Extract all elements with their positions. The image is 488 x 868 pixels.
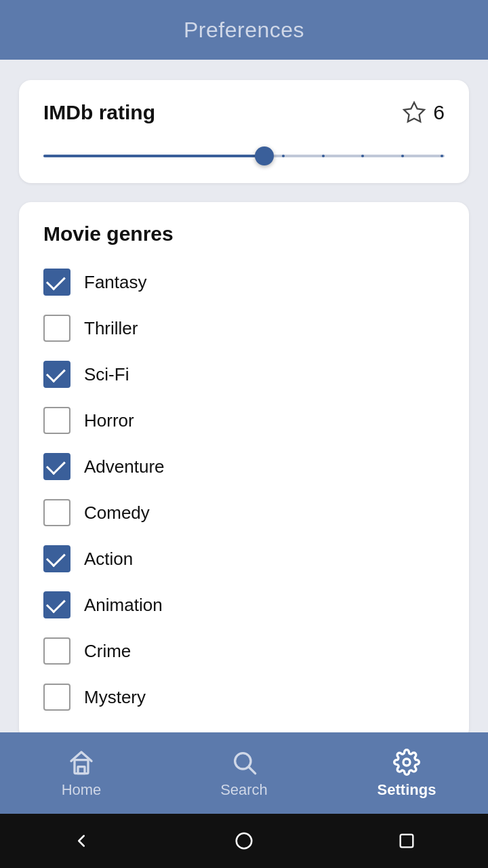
genre-item[interactable]: Horror xyxy=(43,397,445,443)
main-content: IMDb rating 6 xyxy=(0,60,488,732)
top-bar: Preferences xyxy=(0,0,488,60)
svg-point-5 xyxy=(403,759,410,766)
genre-item[interactable]: Action xyxy=(43,536,445,582)
genre-item[interactable]: Adventure xyxy=(43,443,445,490)
home-button[interactable] xyxy=(229,826,259,856)
bottom-nav: Home Search Settings xyxy=(0,732,488,814)
genre-label: Fantasy xyxy=(84,272,147,293)
genre-label: Animation xyxy=(84,595,163,616)
imdb-slider[interactable] xyxy=(43,149,445,163)
rating-value-wrapper: 6 xyxy=(402,100,445,125)
nav-item-search[interactable]: Search xyxy=(163,747,325,799)
genre-label: Comedy xyxy=(84,502,150,524)
genre-checkbox-sci-fi[interactable] xyxy=(43,361,70,388)
genre-label: Sci-Fi xyxy=(84,364,129,385)
genre-checkbox-mystery[interactable] xyxy=(43,684,70,711)
slider-track xyxy=(43,155,445,157)
page-title: Preferences xyxy=(184,18,304,43)
slider-thumb xyxy=(255,146,274,165)
genre-label: Horror xyxy=(84,410,134,431)
search-icon xyxy=(229,747,259,777)
nav-label-home: Home xyxy=(62,781,102,799)
genre-checkbox-thriller[interactable] xyxy=(43,315,70,342)
svg-rect-2 xyxy=(78,767,85,774)
nav-item-home[interactable]: Home xyxy=(0,747,163,799)
svg-line-4 xyxy=(249,768,256,774)
genre-checkbox-comedy[interactable] xyxy=(43,499,70,526)
genre-item[interactable]: Comedy xyxy=(43,490,445,536)
svg-marker-0 xyxy=(404,102,424,122)
home-icon xyxy=(66,747,96,777)
genre-checkbox-adventure[interactable] xyxy=(43,453,70,480)
rating-number: 6 xyxy=(433,101,445,124)
genre-item[interactable]: Crime xyxy=(43,628,445,674)
nav-item-settings[interactable]: Settings xyxy=(325,747,488,799)
genres-list: FantasyThrillerSci-FiHorrorAdventureCome… xyxy=(43,259,445,720)
genre-checkbox-fantasy[interactable] xyxy=(43,269,70,296)
genre-checkbox-horror[interactable] xyxy=(43,407,70,434)
slider-fill xyxy=(43,155,264,157)
nav-label-settings: Settings xyxy=(378,781,436,799)
genre-item[interactable]: Thriller xyxy=(43,305,445,351)
genre-checkbox-animation[interactable] xyxy=(43,591,70,618)
genre-label: Mystery xyxy=(84,687,146,708)
genres-card: Movie genres FantasyThrillerSci-FiHorror… xyxy=(19,202,469,732)
nav-label-search: Search xyxy=(220,781,268,799)
genre-item[interactable]: Mystery xyxy=(43,674,445,720)
genre-label: Crime xyxy=(84,641,131,662)
genre-item[interactable]: Animation xyxy=(43,582,445,628)
svg-point-6 xyxy=(237,833,252,849)
settings-icon xyxy=(392,747,422,777)
back-button[interactable] xyxy=(66,826,96,856)
star-icon xyxy=(402,100,426,125)
genre-item[interactable]: Sci-Fi xyxy=(43,351,445,397)
genre-label: Adventure xyxy=(84,456,165,477)
genre-label: Action xyxy=(84,549,133,570)
rating-title: IMDb rating xyxy=(43,101,155,124)
imdb-rating-card: IMDb rating 6 xyxy=(19,80,469,183)
genre-checkbox-action[interactable] xyxy=(43,545,70,572)
genre-checkbox-crime[interactable] xyxy=(43,637,70,665)
svg-rect-7 xyxy=(401,835,413,848)
system-nav xyxy=(0,814,488,868)
genres-title: Movie genres xyxy=(43,222,445,245)
genre-item[interactable]: Fantasy xyxy=(43,259,445,305)
genre-label: Thriller xyxy=(84,318,138,339)
rating-header: IMDb rating 6 xyxy=(43,100,445,125)
recents-button[interactable] xyxy=(392,826,422,856)
